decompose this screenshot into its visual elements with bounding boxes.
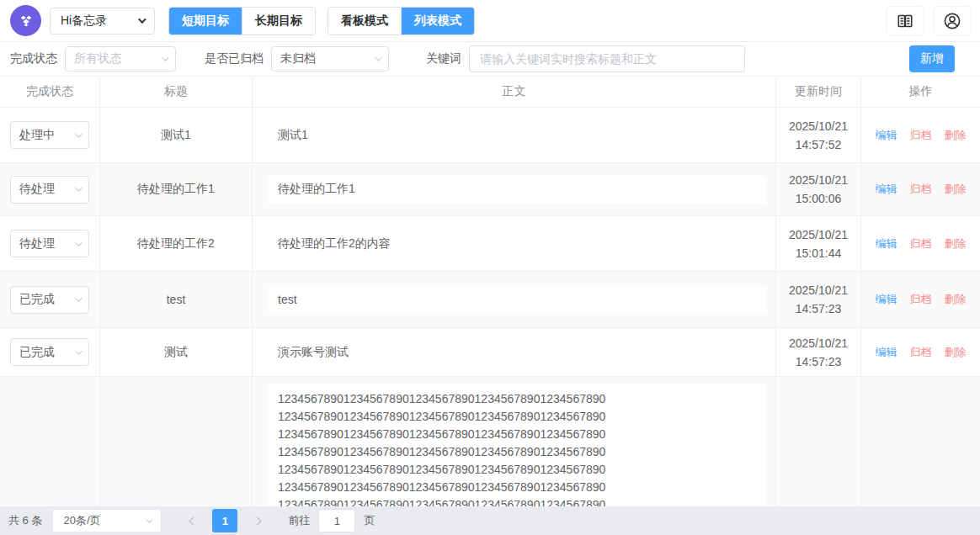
- title-cell: 测试: [100, 328, 253, 376]
- content-box[interactable]: test: [268, 286, 767, 314]
- delete-link[interactable]: 删除: [945, 292, 967, 307]
- row-title: 待处理的工作1: [137, 182, 215, 197]
- content-cell: 待处理的工作1: [253, 163, 776, 215]
- archive-link[interactable]: 归档: [910, 345, 932, 360]
- status-filter-value: 所有状态: [74, 51, 121, 66]
- chevron-down-icon: [162, 54, 168, 61]
- table-row: 已完成 test test 2025/10/21 14:57:23 编辑 归档 …: [0, 272, 980, 328]
- status-value: 已完成: [19, 345, 55, 360]
- status-cell: 已完成: [0, 272, 100, 327]
- tab-list-mode[interactable]: 列表模式: [401, 8, 474, 34]
- status-value: 已完成: [19, 292, 55, 307]
- total-count: 共 6 条: [8, 513, 42, 528]
- delete-link[interactable]: 删除: [945, 128, 967, 143]
- delete-link[interactable]: 删除: [945, 345, 967, 360]
- archive-link[interactable]: 归档: [910, 128, 932, 143]
- edit-link[interactable]: 编辑: [876, 345, 897, 360]
- goal-tabs: 短期目标 长期目标: [168, 7, 316, 35]
- content-box[interactable]: 待处理的工作2的内容: [268, 230, 767, 257]
- edit-link[interactable]: 编辑: [876, 292, 897, 307]
- updated-time: 14:57:23: [796, 352, 842, 371]
- archive-filter-select[interactable]: 未归档: [271, 46, 389, 72]
- edit-link[interactable]: 编辑: [876, 128, 897, 143]
- row-actions: 编辑 归档 删除: [861, 328, 980, 376]
- tab-short-term-goal[interactable]: 短期目标: [169, 8, 242, 34]
- status-value: 待处理: [19, 182, 55, 197]
- status-cell: 处理中: [0, 108, 100, 162]
- row-title: 测试1: [161, 128, 191, 143]
- archive-filter-value: 未归档: [280, 51, 316, 66]
- status-select[interactable]: 待处理: [10, 176, 89, 204]
- content-box[interactable]: 待处理的工作1: [268, 176, 767, 204]
- header-updated: 更新时间: [776, 77, 861, 107]
- chevron-down-icon: [75, 239, 82, 246]
- keyword-search-input[interactable]: [469, 45, 745, 72]
- chevron-down-icon: [75, 294, 82, 301]
- page-suffix-label: 页: [364, 513, 375, 528]
- filter-bar: 完成状态 所有状态 是否已归档 未归档 关键词 新增: [0, 42, 980, 76]
- status-select[interactable]: 处理中: [10, 121, 89, 149]
- header-title: 标题: [100, 77, 253, 107]
- content-cell: test: [253, 272, 776, 327]
- row-content: 演示账号测试: [278, 345, 349, 360]
- row-content: 待处理的工作1: [278, 182, 355, 197]
- row-title: 测试: [164, 345, 188, 360]
- chevron-down-icon: [138, 15, 146, 24]
- chevron-right-icon: [253, 516, 262, 525]
- updated-cell: 2025/10/21 14:57:23: [776, 272, 861, 327]
- status-select[interactable]: 待处理: [10, 230, 89, 257]
- title-cell: test: [100, 272, 253, 327]
- updated-time: 14:57:23: [796, 299, 842, 318]
- archive-filter-label: 是否已归档: [205, 51, 264, 66]
- archive-link[interactable]: 归档: [910, 236, 932, 252]
- table-header: 完成状态 标题 正文 更新时间 操作: [0, 76, 980, 108]
- chevron-down-icon: [146, 516, 153, 522]
- status-filter-label: 完成状态: [10, 51, 57, 66]
- status-select[interactable]: 已完成: [10, 286, 89, 314]
- content-box[interactable]: 1234567890123456789012345678901234567890…: [268, 384, 767, 521]
- app-title: Hi备忘录: [61, 13, 107, 29]
- tab-long-term-goal[interactable]: 长期目标: [242, 8, 315, 34]
- page-size-select[interactable]: 20条/页: [52, 509, 162, 532]
- status-value: 处理中: [19, 128, 55, 143]
- row-content: 待处理的工作2的内容: [278, 236, 391, 252]
- updated-time: 15:01:44: [796, 244, 842, 262]
- delete-link[interactable]: 删除: [945, 182, 967, 197]
- chevron-left-icon: [189, 516, 198, 525]
- content-box[interactable]: 演示账号测试: [268, 338, 767, 366]
- edit-link[interactable]: 编辑: [876, 236, 897, 252]
- content-cell: 待处理的工作2的内容: [253, 216, 776, 271]
- status-filter-select[interactable]: 所有状态: [65, 46, 176, 72]
- row-actions: 编辑 归档 删除: [861, 163, 980, 215]
- tab-kanban-mode[interactable]: 看板模式: [328, 8, 401, 34]
- docs-button[interactable]: [886, 6, 924, 36]
- header-content: 正文: [253, 77, 776, 107]
- page-number-button[interactable]: 1: [212, 509, 237, 532]
- content-box[interactable]: 测试1: [268, 121, 767, 149]
- delete-link[interactable]: 删除: [945, 236, 967, 252]
- status-select[interactable]: 已完成: [10, 338, 89, 366]
- updated-date: 2025/10/21: [789, 171, 848, 189]
- updated-date: 2025/10/21: [789, 281, 848, 299]
- next-page-button[interactable]: [244, 509, 269, 532]
- prev-page-button[interactable]: [180, 509, 205, 532]
- updated-date: 2025/10/21: [789, 334, 848, 352]
- row-content: 1234567890123456789012345678901234567890…: [278, 390, 605, 514]
- row-actions: 编辑 归档 删除: [861, 272, 980, 327]
- app-logo-icon: [10, 5, 41, 36]
- archive-link[interactable]: 归档: [910, 182, 932, 197]
- table-row: 待处理 待处理的工作1 待处理的工作1 2025/10/21 15:00:06 …: [0, 163, 980, 216]
- status-cell: 待处理: [0, 216, 100, 271]
- add-button[interactable]: 新增: [909, 45, 955, 72]
- row-title: 待处理的工作2: [137, 236, 215, 252]
- edit-link[interactable]: 编辑: [876, 182, 897, 197]
- row-content: 测试1: [278, 128, 308, 143]
- archive-link[interactable]: 归档: [910, 292, 932, 307]
- chevron-down-icon: [75, 184, 82, 191]
- app-title-select[interactable]: Hi备忘录: [50, 8, 155, 34]
- header-status: 完成状态: [0, 77, 100, 107]
- status-cell: 已完成: [0, 328, 100, 376]
- profile-button[interactable]: [933, 6, 972, 36]
- goto-page-input[interactable]: [318, 509, 355, 532]
- updated-time: 14:57:52: [796, 135, 842, 154]
